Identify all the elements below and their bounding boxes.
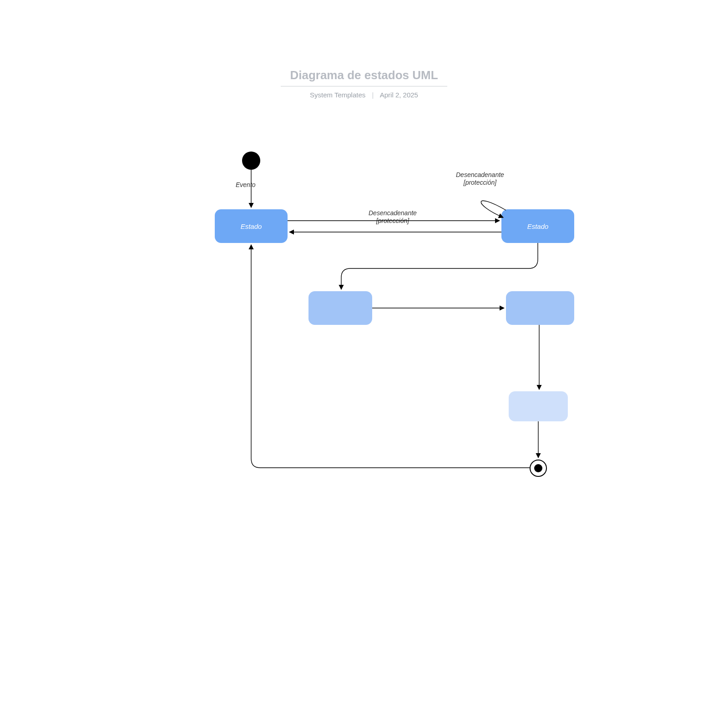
state-node-1-label: Estado xyxy=(241,222,262,230)
subtitle-separator: | xyxy=(372,91,374,99)
edge-label-trigger-line2: [protección] xyxy=(376,217,409,224)
edge-label-selfloop-line1: Desencadenante xyxy=(456,171,504,178)
final-state-inner-dot xyxy=(534,464,542,472)
edge-label-selfloop: Desencadenante [protección] xyxy=(456,171,504,187)
state-node-5[interactable] xyxy=(509,391,568,421)
diagram-title: Diagrama de estados UML xyxy=(281,68,447,86)
initial-state-node[interactable] xyxy=(242,152,260,170)
final-state-node[interactable] xyxy=(530,460,547,477)
diagram-header: Diagrama de estados UML System Templates… xyxy=(0,68,728,99)
diagram-subtitle: System Templates | April 2, 2025 xyxy=(0,91,728,99)
state-node-2-label: Estado xyxy=(527,222,549,230)
state-node-2[interactable]: Estado xyxy=(501,209,574,243)
state-node-3[interactable] xyxy=(308,291,372,325)
edge-label-evento: Evento xyxy=(236,181,256,189)
diagram-canvas: Diagrama de estados UML System Templates… xyxy=(0,0,728,728)
edge-label-selfloop-line2: [protección] xyxy=(464,179,496,186)
diagram-date: April 2, 2025 xyxy=(380,91,418,99)
edge-label-trigger-line1: Desencadenante xyxy=(369,209,417,217)
edges-layer xyxy=(0,0,728,728)
edge-state2-to-state3 xyxy=(341,243,538,289)
edge-label-trigger: Desencadenante [protección] xyxy=(369,209,417,225)
diagram-author: System Templates xyxy=(310,91,365,99)
state-node-1[interactable]: Estado xyxy=(215,209,288,243)
edge-final-to-state1 xyxy=(251,245,530,468)
state-node-4[interactable] xyxy=(506,291,574,325)
